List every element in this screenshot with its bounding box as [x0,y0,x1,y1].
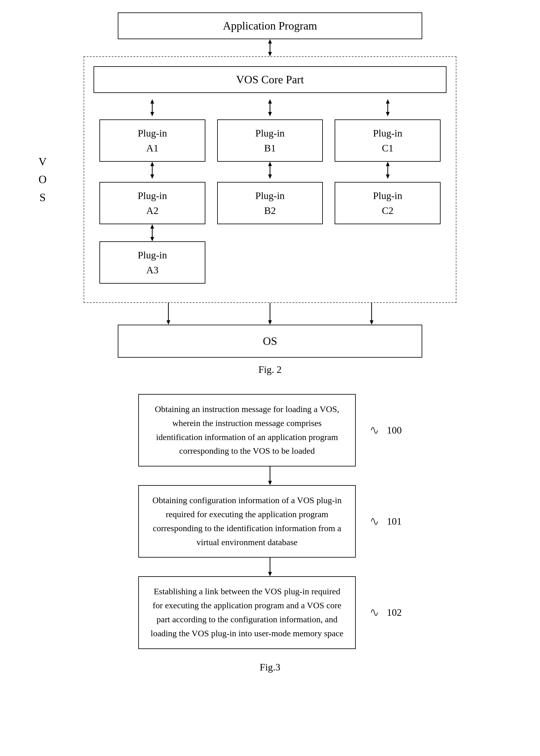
fig3-diagram: Obtaining an instruction message for loa… [19,394,521,685]
arrow-b-to-os [265,303,275,325]
plugin-b1-label: Plug-inB1 [217,119,323,162]
spacer-c-row3b [335,241,441,284]
arrow-svg-101-102 [265,558,275,576]
svg-marker-31 [268,481,272,485]
arrows-core-to-plugins [93,99,447,116]
arrow-svg-100-101 [265,467,275,485]
arrow-101-102 [265,558,275,576]
svg-marker-16 [268,162,272,166]
flow-text-101: Obtaining configuration information of a… [152,495,341,547]
svg-marker-4 [150,99,154,103]
arrow-c-to-os [367,303,376,325]
plugin-b2-box: Plug-inB2 [217,182,323,224]
svg-marker-2 [268,52,272,56]
svg-marker-7 [268,99,272,103]
vos-dashed-container: VOS Core Part Plug-inA1 [83,56,457,303]
fig3-caption: Fig.3 [260,662,281,673]
flow-box-102: Establishing a link between the VOS plug… [138,576,356,649]
svg-marker-19 [386,162,390,166]
spacer-b-row3b [217,241,323,284]
plugin-a3-box: Plug-inA3 [99,241,205,284]
flow-label-102: 102 [368,603,402,622]
svg-marker-1 [268,39,272,44]
svg-marker-13 [150,162,154,166]
plugin-c1-box: Plug-inC1 [335,119,441,162]
arrow-app-to-vos [265,39,275,56]
wavy-icon-101 [368,512,387,531]
svg-marker-8 [268,112,272,116]
step-number-102: 102 [387,607,402,618]
svg-marker-11 [386,112,390,116]
plugin-a3-label: Plug-inA3 [99,241,205,284]
plugin-a1-box: Plug-inA1 [99,119,205,162]
arrow-100-101 [265,467,275,485]
vos-core-box: VOS Core Part [93,66,447,93]
flow-text-102: Establishing a link between the VOS plug… [151,587,343,638]
plugin-b1-box: Plug-inB1 [217,119,323,162]
double-arrow-svg [265,39,275,56]
vos-side-label: V O S [39,153,47,207]
flow-step-102: Establishing a link between the VOS plug… [138,576,402,649]
svg-marker-27 [268,320,272,325]
arrow-core-c1 [335,99,441,116]
arrow-a-to-os [164,303,173,325]
wavy-icon-102 [368,603,387,622]
flow-box-100: Obtaining an instruction message for loa… [138,394,356,467]
os-box: OS [118,325,422,358]
step-number-100: 100 [387,425,402,436]
app-program-label: Application Program [223,20,317,32]
vos-region: V O S VOS Core Part [56,56,484,303]
svg-marker-17 [268,174,272,179]
plugin-row-1: Plug-inA1 Plug-inB1 Plug-inC1 [93,119,447,162]
wavy-icon-100 [368,421,387,440]
svg-marker-5 [150,112,154,116]
plugin-row-3: Plug-inA3 [93,241,447,284]
flow-step-100: Obtaining an instruction message for loa… [138,394,402,467]
plugin-c1-label: Plug-inC1 [335,119,441,162]
svg-marker-23 [150,237,154,241]
vos-core-label: VOS Core Part [236,74,304,86]
step-number-101: 101 [387,516,402,527]
plugin-b2-label: Plug-inB2 [217,182,323,224]
plugin-row-2: Plug-inA2 Plug-inB2 Plug-inC2 [93,182,447,224]
svg-marker-10 [386,99,390,103]
flow-text-100: Obtaining an instruction message for loa… [155,404,339,456]
svg-marker-14 [150,174,154,179]
spacer-b-row3 [217,224,323,241]
arrow-a2-a3 [99,224,205,241]
arrows-row1-to-row2 [93,162,447,179]
fig2-diagram: Application Program V O S VOS Core Part [19,12,521,388]
flow-box-101: Obtaining configuration information of a… [138,485,356,558]
plugin-a1-label: Plug-inA1 [99,119,205,162]
arrow-core-b1 [217,99,323,116]
svg-marker-29 [370,320,373,325]
os-label: OS [263,335,277,347]
plugin-c2-label: Plug-inC2 [335,182,441,224]
plugin-a2-box: Plug-inA2 [99,182,205,224]
app-program-box: Application Program [118,12,422,39]
plugin-a2-label: Plug-inA2 [99,182,205,224]
fig2-caption: Fig. 2 [258,364,282,375]
spacer-c-row3 [335,224,441,241]
arrow-core-a1 [99,99,205,116]
flow-label-101: 101 [368,512,402,531]
flow-step-101: Obtaining configuration information of a… [138,485,402,558]
arrow-a1-a2 [99,162,205,179]
svg-marker-22 [150,224,154,229]
svg-marker-25 [167,320,170,325]
flow-label-100: 100 [368,421,402,440]
plugin-c2-box: Plug-inC2 [335,182,441,224]
arrows-vos-to-os [118,303,422,325]
svg-marker-20 [386,174,390,179]
arrow-b1-b2 [217,162,323,179]
arrow-c1-c2 [335,162,441,179]
arrows-row2-to-row3 [93,224,447,241]
svg-marker-33 [268,572,272,576]
